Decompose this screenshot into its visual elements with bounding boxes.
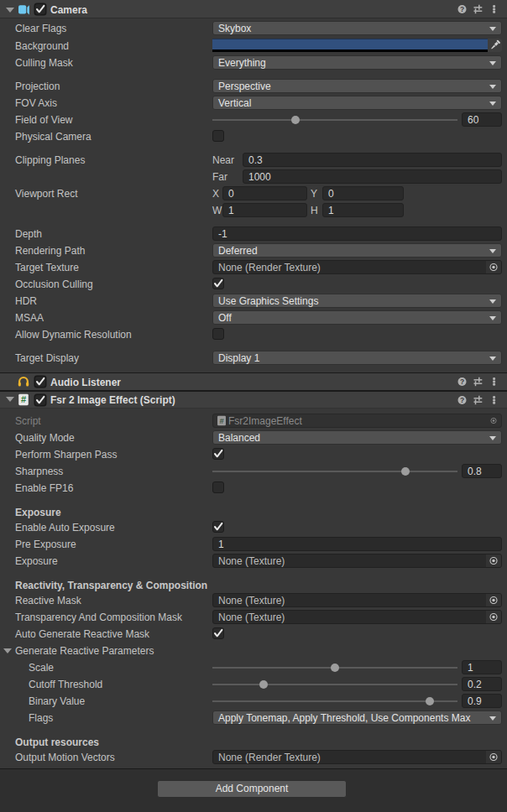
svg-text:?: ?: [460, 5, 464, 13]
svg-text:#: #: [21, 394, 26, 404]
svg-text:?: ?: [460, 396, 464, 404]
svg-text:#: #: [219, 416, 224, 425]
svg-text:?: ?: [460, 377, 464, 386]
